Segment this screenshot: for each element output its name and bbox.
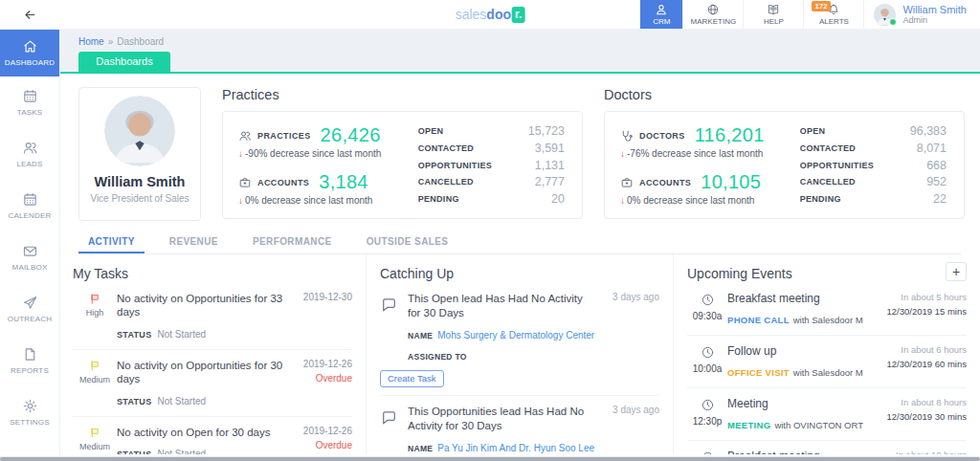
sidebar-item-calender[interactable]: CALENDER	[0, 180, 59, 231]
page-tab-row: Dashboards	[59, 52, 980, 74]
back-button[interactable]	[0, 0, 59, 29]
send-icon	[22, 295, 38, 311]
tab-dashboards[interactable]: Dashboards	[78, 52, 170, 72]
task-item[interactable]: High No activity on Opportunities for 33…	[73, 283, 352, 350]
event-when: 12/30/2019 60 mins	[863, 359, 967, 369]
sidebar-item-leads[interactable]: LEADS	[0, 128, 59, 180]
alerts-count-badge: 172	[812, 1, 830, 11]
sidebar-item-settings[interactable]: SETTINGS	[0, 386, 59, 438]
tab-outside-sales[interactable]: OUTSIDE SALES	[357, 230, 458, 253]
event-time: 10:00a	[687, 363, 727, 374]
doctors-stats: OPEN96,383 CONTACTED8,071 OPPORTUNITIES6…	[800, 124, 947, 206]
profile-name: William Smith	[83, 174, 196, 189]
event-eta: In about 8 hours	[863, 397, 967, 407]
breadcrumb: Home»Dashboard	[59, 29, 980, 52]
task-title: No activity on Open for 30 days	[117, 426, 283, 439]
flag-icon	[73, 360, 117, 372]
dashboard-tabs: ACTIVITY REVENUE PERFORMANCE OUTSIDE SAL…	[78, 230, 961, 254]
event-title: Follow up	[727, 344, 863, 358]
user-menu[interactable]: William Smith Admin	[863, 0, 980, 29]
status-value: Not Started	[157, 329, 206, 340]
event-time: 12:30p	[687, 416, 727, 427]
top-nav: CRM MARKETING HELP 172 ALERTS William Sm…	[639, 0, 980, 29]
book-icon	[767, 3, 780, 16]
tab-performance[interactable]: PERFORMANCE	[243, 230, 342, 253]
user-text: William Smith Admin	[902, 4, 967, 26]
horizontal-scrollbar[interactable]	[0, 456, 980, 461]
metric-label: DOCTORS	[639, 131, 685, 141]
event-with: with Salesdoor Medical Center	[793, 315, 863, 325]
assigned-to-label: ASSIGNED TO	[408, 352, 467, 362]
time-ago: 3 days ago	[604, 292, 659, 320]
event-with: with Salesdoor Medical Center	[793, 367, 863, 378]
stat-row: OPEN15,723	[418, 124, 565, 138]
sidebar-label: OUTREACH	[8, 315, 53, 323]
content-panel: William Smith Vice President of Sales Pr…	[59, 74, 980, 461]
user-avatar-wrap	[874, 4, 896, 26]
breadcrumb-home-link[interactable]: Home	[78, 36, 104, 47]
doctors-metrics: DOCTORS 116,201 ↓-76% decrease since las…	[620, 124, 779, 206]
tab-activity[interactable]: ACTIVITY	[78, 230, 145, 253]
logo-badge: r.	[512, 7, 524, 23]
sidebar-item-reports[interactable]: REPORTS	[0, 335, 59, 386]
metric-value: 10,105	[701, 171, 761, 193]
event-when: 12/30/2019 15 mins	[863, 306, 967, 317]
sidebar-item-tasks[interactable]: TASKS	[0, 77, 59, 128]
main-area: Home»Dashboard Dashboards William Smith …	[59, 29, 980, 461]
nav-crm[interactable]: CRM	[639, 0, 682, 29]
task-date: 2019-12-30	[283, 292, 352, 302]
overdue-badge: Overdue	[283, 373, 352, 384]
sidebar-item-mailbox[interactable]: MAILBOX	[0, 231, 59, 283]
practices-stats: OPEN15,723 CONTACTED3,591 OPPORTUNITIES1…	[418, 124, 565, 206]
practices-heading: Practices	[222, 87, 583, 102]
stat-row: CONTACTED3,591	[418, 142, 565, 155]
metric-value: 3,184	[319, 171, 368, 193]
arrow-left-icon	[26, 11, 34, 18]
add-event-button[interactable]: +	[946, 262, 967, 281]
catching-up-column: Catching Up This Open lead Has Had No Ac…	[367, 254, 674, 454]
event-eta: In about 10 hours	[863, 450, 967, 454]
catching-up-item: This Open lead Has Had No Activity for 3…	[380, 283, 659, 396]
event-eta: In about 5 hours	[863, 292, 967, 302]
catching-up-title: Catching Up	[380, 266, 659, 281]
status-label: STATUS	[117, 330, 151, 340]
task-item[interactable]: Medium No activity on Opportunities for …	[73, 350, 352, 417]
sidebar-label: SETTINGS	[10, 418, 50, 427]
nav-alerts[interactable]: 172 ALERTS	[803, 0, 863, 29]
metric-accounts: ACCOUNTS 10,105 ↓0% decrease since last …	[620, 171, 779, 206]
task-title: No activity on Opportunities for 30 days	[117, 359, 283, 386]
event-item[interactable]: 02:00p Breakfast meetingCONFERENCEwith U…	[687, 441, 967, 454]
event-item[interactable]: 09:30a Breakfast meetingPHONE CALLwith S…	[687, 283, 967, 336]
metric-value: 26,426	[321, 124, 381, 146]
sidebar-item-dashboard[interactable]: DASHBOARD	[0, 29, 59, 77]
tab-revenue[interactable]: REVENUE	[160, 230, 228, 253]
create-task-button[interactable]: Create Task	[380, 370, 444, 387]
metric-practices: PRACTICES 26,426 ↓-90% decrease since la…	[238, 124, 397, 159]
report-icon	[22, 346, 38, 362]
sidebar-item-outreach[interactable]: OUTREACH	[0, 283, 59, 335]
task-date: 2019-12-26	[283, 426, 352, 436]
lead-name-link[interactable]: Mohs Surgery & Dermatology Center	[437, 330, 594, 340]
task-item[interactable]: Medium No activity on Open for 30 daysST…	[73, 417, 352, 455]
task-priority: Medium	[73, 442, 117, 451]
nav-help[interactable]: HELP	[743, 0, 803, 29]
doctors-panel: DOCTORS 116,201 ↓-76% decrease since las…	[604, 111, 965, 219]
metric-value: 116,201	[695, 124, 765, 146]
overdue-badge: Overdue	[283, 440, 352, 450]
task-date: 2019-12-26	[283, 359, 352, 369]
speech-bubble-icon	[380, 408, 398, 427]
stat-row: OPPORTUNITIES1,131	[418, 159, 565, 172]
task-title: No activity on Opportunities for 33 days	[117, 292, 283, 319]
profile-avatar	[104, 96, 175, 166]
event-item[interactable]: 12:30p MeetingMEETINGwith OVINGTON ORTHO…	[687, 388, 967, 441]
scrollbar-thumb[interactable]	[0, 457, 980, 461]
nav-marketing[interactable]: MARKETING	[682, 0, 743, 29]
event-item[interactable]: 10:00a Follow upOFFICE VISITwith Salesdo…	[687, 336, 967, 388]
metric-label: ACCOUNTS	[639, 178, 691, 187]
flag-icon	[73, 427, 117, 439]
lead-name-link[interactable]: Pa Yu Jin Kim And Dr. Hyun Soo Lee	[437, 443, 594, 453]
activity-columns: My Tasks High No activity on Opportuniti…	[59, 254, 980, 454]
gear-icon	[22, 398, 38, 414]
profile-title: Vice President of Sales	[83, 193, 196, 204]
metric-label: PRACTICES	[257, 131, 311, 141]
